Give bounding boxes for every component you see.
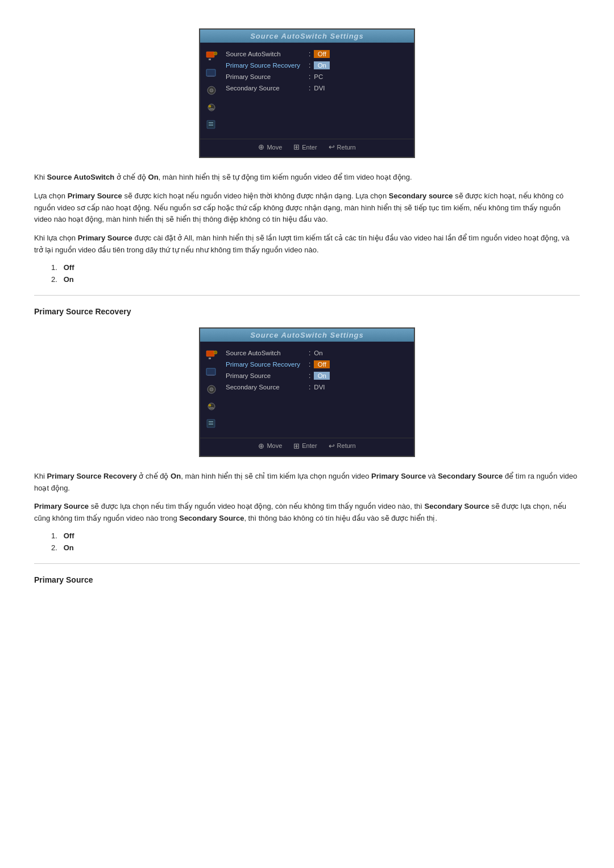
return-icon-2: ↩ <box>329 442 335 450</box>
osd-icon-image <box>203 67 220 80</box>
return-label-1: Return <box>337 144 356 151</box>
osd-value-recovery-2: Off <box>314 360 330 368</box>
section3: Primary Source <box>34 575 580 584</box>
move-label-2: Move <box>267 442 282 449</box>
svg-rect-4 <box>208 76 214 77</box>
section2-osd-wrapper: Source AutoSwitch Settings <box>34 327 580 457</box>
enter-icon-2: ⊞ <box>293 442 300 450</box>
osd-value-recovery-1: On <box>314 61 330 69</box>
svg-rect-3 <box>206 69 215 76</box>
osd-label-secondary-1: Secondary Source <box>226 85 305 92</box>
osd-label-primary-2: Primary Source <box>226 372 305 379</box>
osd-value-autoswitch-1: Off <box>314 50 330 58</box>
osd-label-primary-1: Primary Source <box>226 73 305 80</box>
osd-icon-source <box>203 49 220 63</box>
osd-label-autoswitch-2: Source AutoSwitch <box>226 350 305 356</box>
svg-point-14 <box>214 351 217 354</box>
osd-icons-1 <box>203 49 220 131</box>
section1-para1: Khi Source AutoSwitch ở chế độ On, màn h… <box>34 172 580 184</box>
osd-icon-setup <box>203 101 220 114</box>
osd-menu-1: Source AutoSwitch : Off Primary Source R… <box>226 48 411 131</box>
svg-rect-9 <box>209 109 214 110</box>
osd-screen-2: Source AutoSwitch Settings <box>199 327 415 457</box>
section1-osd-wrapper: Source AutoSwitch Settings <box>34 28 580 158</box>
section2-para1: Khi Primary Source Recovery ở chế độ On,… <box>34 471 580 495</box>
svg-point-19 <box>210 388 213 391</box>
osd-label-recovery-2: Primary Source Recovery <box>226 361 305 368</box>
svg-point-6 <box>210 89 213 92</box>
divider-1 <box>34 295 580 296</box>
section2-list1: 1. Off <box>51 531 580 540</box>
osd-row-autoswitch-1: Source AutoSwitch : Off <box>226 48 411 60</box>
osd-footer-return-2: ↩ Return <box>329 442 356 450</box>
osd-icon-setup-2 <box>203 400 220 413</box>
osd-row-recovery-1: Primary Source Recovery : On <box>226 60 411 71</box>
section3-title: Primary Source <box>34 575 580 584</box>
osd-footer-2: ⊕ Move ⊞ Enter ↩ Return <box>200 438 414 450</box>
osd-icon-image-2 <box>203 366 220 379</box>
svg-rect-2 <box>209 59 211 60</box>
osd-footer-enter-1: ⊞ Enter <box>293 143 317 151</box>
svg-rect-15 <box>209 358 211 359</box>
section2-title: Primary Source Recovery <box>34 307 580 316</box>
section2-para2: Primary Source sẽ được lựa chọn nếu tìm … <box>34 501 580 525</box>
osd-title-2: Source AutoSwitch Settings <box>200 329 414 342</box>
osd-icon-info <box>203 118 220 131</box>
svg-rect-0 <box>206 52 214 57</box>
osd-icon-info-2 <box>203 417 220 430</box>
osd-label-recovery-1: Primary Source Recovery <box>226 62 305 69</box>
enter-label-2: Enter <box>302 442 317 449</box>
osd-row-recovery-2: Primary Source Recovery : Off <box>226 359 411 370</box>
move-icon-1: ⊕ <box>258 143 264 151</box>
move-icon-2: ⊕ <box>258 442 264 450</box>
osd-screen-1: Source AutoSwitch Settings <box>199 28 415 158</box>
section2: Primary Source Recovery Source AutoSwitc… <box>34 307 580 552</box>
osd-value-primary-1: PC <box>314 73 323 80</box>
osd-row-primary-1: Primary Source : PC <box>226 71 411 82</box>
osd-row-secondary-1: Secondary Source : DVI <box>226 82 411 94</box>
osd-value-autoswitch-2: On <box>314 350 322 356</box>
divider-2 <box>34 563 580 564</box>
osd-label-secondary-2: Secondary Source <box>226 384 305 391</box>
svg-rect-17 <box>208 375 214 376</box>
osd-icon-source-2 <box>203 348 220 362</box>
svg-rect-11 <box>209 122 213 123</box>
osd-row-primary-2: Primary Source : On <box>226 370 411 381</box>
osd-value-secondary-1: DVI <box>314 85 325 92</box>
osd-value-primary-2: On <box>314 372 330 380</box>
osd-icons-2 <box>203 348 220 430</box>
osd-menu-2: Source AutoSwitch : On Primary Source Re… <box>226 347 411 430</box>
osd-icon-sound <box>203 84 220 97</box>
section2-list2: 2. On <box>51 543 580 552</box>
osd-footer-move-2: ⊕ Move <box>258 442 282 450</box>
return-icon-1: ↩ <box>329 143 335 151</box>
svg-point-20 <box>208 403 215 410</box>
svg-rect-24 <box>209 421 213 422</box>
section1-list2: 2. On <box>51 275 580 284</box>
svg-rect-16 <box>206 368 215 375</box>
svg-rect-22 <box>209 408 214 409</box>
return-label-2: Return <box>337 442 356 449</box>
section1-para3: Khi lựa chọn Primary Source được cài đặt… <box>34 232 580 256</box>
osd-footer-return-1: ↩ Return <box>329 143 356 151</box>
osd-footer-1: ⊕ Move ⊞ Enter ↩ Return <box>200 139 414 151</box>
enter-label-1: Enter <box>302 144 317 151</box>
osd-row-secondary-2: Secondary Source : DVI <box>226 381 411 393</box>
svg-point-8 <box>209 105 211 107</box>
enter-icon-1: ⊞ <box>293 143 300 151</box>
osd-footer-enter-2: ⊞ Enter <box>293 442 317 450</box>
svg-rect-12 <box>209 124 213 126</box>
section1-list1: 1. Off <box>51 263 580 272</box>
svg-rect-25 <box>209 423 213 425</box>
osd-value-secondary-2: DVI <box>314 384 325 391</box>
svg-point-1 <box>214 52 217 55</box>
osd-footer-move-1: ⊕ Move <box>258 143 282 151</box>
osd-row-autoswitch-2: Source AutoSwitch : On <box>226 347 411 359</box>
move-label-1: Move <box>267 144 282 151</box>
svg-point-7 <box>208 104 215 111</box>
svg-point-21 <box>209 404 211 406</box>
osd-label-autoswitch-1: Source AutoSwitch <box>226 51 305 57</box>
svg-rect-13 <box>206 351 214 356</box>
section1-para2: Lựa chọn Primary Source sẽ được kích hoạ… <box>34 190 580 226</box>
osd-title-1: Source AutoSwitch Settings <box>200 30 414 43</box>
